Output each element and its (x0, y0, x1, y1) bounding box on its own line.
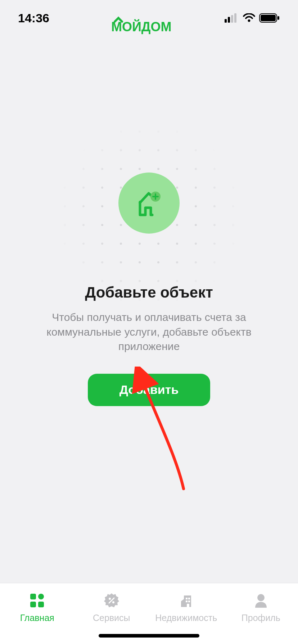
battery-icon (259, 13, 280, 23)
svg-rect-23 (187, 604, 189, 607)
svg-point-16 (109, 598, 111, 600)
discount-badge-icon (102, 591, 121, 610)
wifi-icon (243, 13, 256, 23)
svg-point-24 (257, 594, 265, 601)
status-bar: 14:36 МОЙДОМ (0, 0, 298, 36)
svg-rect-6 (261, 15, 276, 21)
svg-rect-7 (277, 16, 279, 20)
svg-rect-3 (231, 15, 233, 23)
tab-profile[interactable]: Профиль (230, 591, 292, 623)
svg-rect-4 (234, 13, 236, 23)
annotation-arrow (126, 367, 205, 496)
tab-home[interactable]: Главная (6, 591, 68, 623)
empty-state-subtext: Чтобы получать и оплачивать счета за ком… (0, 310, 298, 354)
svg-rect-22 (188, 601, 190, 602)
cellular-signal-icon (225, 13, 239, 23)
svg-point-13 (38, 594, 44, 599)
house-plus-icon (133, 187, 165, 219)
tab-label: Профиль (241, 613, 280, 623)
tab-property[interactable]: Недвижимость (155, 591, 217, 623)
svg-rect-15 (38, 602, 44, 607)
tab-bar: Главная Сервисы Недвижимость (0, 583, 298, 644)
status-icons (225, 13, 280, 23)
svg-rect-14 (30, 602, 36, 607)
tab-label: Недвижимость (155, 613, 217, 623)
empty-state-heading: Добавьте объект (85, 284, 213, 301)
profile-icon (252, 591, 270, 610)
svg-rect-1 (225, 19, 227, 23)
svg-rect-19 (186, 598, 188, 599)
svg-rect-12 (30, 594, 36, 599)
tab-services[interactable]: Сервисы (81, 591, 142, 623)
add-object-illustration (118, 172, 180, 234)
app-logo: МОЙДОМ (111, 13, 187, 36)
tab-label: Сервисы (93, 613, 130, 623)
svg-rect-20 (188, 598, 190, 599)
svg-point-17 (112, 601, 114, 603)
main-content: Добавьте объект Чтобы получать и оплачив… (0, 36, 298, 406)
home-indicator[interactable] (99, 634, 199, 638)
svg-text:МОЙДОМ: МОЙДОМ (111, 19, 172, 34)
grid-icon (28, 591, 46, 610)
svg-rect-21 (186, 601, 188, 602)
tab-label: Главная (20, 613, 54, 623)
svg-rect-2 (228, 17, 230, 23)
building-icon (177, 591, 195, 610)
status-time: 14:36 (18, 11, 49, 25)
